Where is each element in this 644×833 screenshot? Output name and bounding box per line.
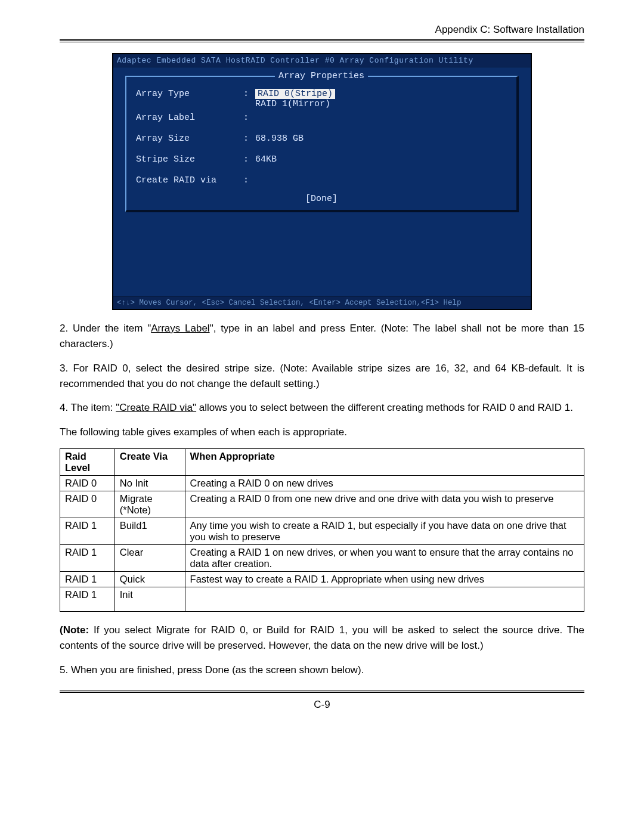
- cell-level: RAID 1: [60, 587, 115, 612]
- array-properties-panel: Array Properties Array Type : RAID 0(Str…: [125, 76, 519, 212]
- note-text: If you select Migrate for RAID 0, or Bui…: [60, 624, 584, 651]
- done-button[interactable]: [Done]: [136, 194, 507, 204]
- p4-underline: "Create RAID via": [116, 402, 196, 413]
- bios-body: Array Properties Array Type : RAID 0(Str…: [113, 67, 531, 296]
- paragraph-2: 2. Under the item "Arrays Label", type i…: [60, 321, 584, 352]
- paragraph-3: 3. For RAID 0, select the desired stripe…: [60, 361, 584, 392]
- paragraph-6: 5. When you are finished, press Done (as…: [60, 662, 584, 678]
- cell-when: Creating a RAID 0 on new drives: [185, 476, 584, 491]
- label-array-label: Array Label: [136, 113, 243, 123]
- page-header: Appendix C: Software Installation: [60, 24, 584, 36]
- bios-titlebar: Adaptec Embedded SATA HostRAID Controlle…: [113, 54, 531, 67]
- value-array-size: 68.938 GB: [255, 134, 304, 144]
- header-rule-thin: [60, 42, 584, 42]
- value-stripe-size[interactable]: 64KB: [255, 154, 277, 165]
- p4-a: 4. The item:: [60, 402, 116, 413]
- table-row: RAID 1 Quick Fastest way to create a RAI…: [60, 572, 584, 587]
- table-row: RAID 0 Migrate (*Note) Creating a RAID 0…: [60, 491, 584, 518]
- th-when: When Appropriate: [185, 449, 584, 476]
- colon: :: [243, 175, 255, 185]
- cell-when: Fastest way to create a RAID 1. Appropri…: [185, 572, 584, 587]
- cell-level: RAID 1: [60, 518, 115, 545]
- table-row: RAID 0 No Init Creating a RAID 0 on new …: [60, 476, 584, 491]
- footer-rule-thick: [60, 692, 584, 693]
- cell-via: Clear: [114, 545, 185, 572]
- note-bold: (Note:: [60, 624, 89, 636]
- page-number: C-9: [60, 699, 584, 711]
- footer-rule-thin: [60, 690, 584, 690]
- option-raid0[interactable]: RAID 0(Stripe): [255, 89, 335, 99]
- th-create-via: Create Via: [114, 449, 185, 476]
- label-stripe-size: Stripe Size: [136, 154, 243, 165]
- cell-when: Creating a RAID 0 from one new drive and…: [185, 491, 584, 518]
- table-row: RAID 1 Clear Creating a RAID 1 on new dr…: [60, 545, 584, 572]
- th-raid-level: Raid Level: [60, 449, 115, 476]
- row-create-via: Create RAID via :: [136, 175, 507, 185]
- p2-underline: Arrays Label: [151, 323, 209, 334]
- label-array-type: Array Type: [136, 89, 243, 99]
- cell-when: [185, 587, 584, 612]
- cell-level: RAID 0: [60, 491, 115, 518]
- colon: :: [243, 89, 255, 99]
- colon: :: [243, 134, 255, 144]
- cell-when: Creating a RAID 1 on new drives, or when…: [185, 545, 584, 572]
- cell-via: No Init: [114, 476, 185, 491]
- label-array-size: Array Size: [136, 134, 243, 144]
- cell-level: RAID 1: [60, 572, 115, 587]
- bios-helpbar: <↑↓> Moves Cursor, <Esc> Cancel Selectio…: [113, 296, 531, 309]
- cell-level: RAID 0: [60, 476, 115, 491]
- table-row: RAID 1 Build1 Any time you wish to creat…: [60, 518, 584, 545]
- option-raid1[interactable]: RAID 1(Mirror): [255, 99, 335, 109]
- row-array-label: Array Label :: [136, 113, 507, 123]
- row-stripe-size: Stripe Size : 64KB: [136, 154, 507, 165]
- table-header-row: Raid Level Create Via When Appropriate: [60, 449, 584, 476]
- cell-via: Build1: [114, 518, 185, 545]
- label-create-via: Create RAID via: [136, 175, 243, 185]
- paragraph-4: 4. The item: "Create RAID via" allows yo…: [60, 400, 584, 416]
- colon: :: [243, 113, 255, 123]
- cell-level: RAID 1: [60, 545, 115, 572]
- cell-via: Migrate (*Note): [114, 491, 185, 518]
- row-array-size: Array Size : 68.938 GB: [136, 134, 507, 144]
- row-array-type: Array Type : RAID 0(Stripe) RAID 1(Mirro…: [136, 89, 507, 109]
- table-row: RAID 1 Init: [60, 587, 584, 612]
- paragraph-5: The following table gives examples of wh…: [60, 425, 584, 440]
- colon: :: [243, 154, 255, 165]
- p4-b: allows you to select between the differe…: [196, 402, 573, 413]
- cell-via: Init: [114, 587, 185, 612]
- cell-via: Quick: [114, 572, 185, 587]
- p2-a: 2. Under the item ": [60, 323, 151, 334]
- cell-when: Any time you wish to create a RAID 1, bu…: [185, 518, 584, 545]
- note-paragraph: (Note: If you select Migrate for RAID 0,…: [60, 623, 584, 654]
- panel-title: Array Properties: [275, 71, 368, 81]
- header-rule-thick: [60, 39, 584, 41]
- raid-table: Raid Level Create Via When Appropriate R…: [60, 448, 584, 612]
- bios-screenshot: Adaptec Embedded SATA HostRAID Controlle…: [112, 53, 532, 310]
